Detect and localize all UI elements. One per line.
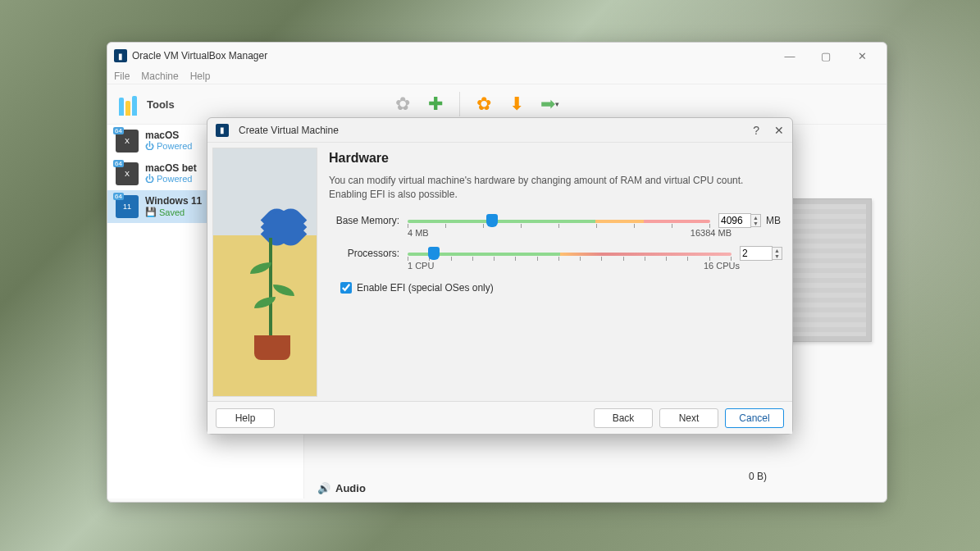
tools-button[interactable]: Tools <box>112 89 181 119</box>
memory-slider[interactable] <box>408 213 710 228</box>
back-button[interactable]: Back <box>594 408 653 428</box>
gear-grey-icon[interactable]: ✿ <box>390 92 415 116</box>
toolbar-separator <box>459 92 460 116</box>
menu-file[interactable]: File <box>114 71 130 82</box>
dialog-close-icon[interactable]: ✕ <box>774 124 784 137</box>
menu-machine[interactable]: Machine <box>141 71 178 82</box>
memory-max: 16384 MB <box>691 228 732 238</box>
cpu-label: Processors: <box>329 248 399 259</box>
hardware-desc: You can modify virtual machine's hardwar… <box>329 174 781 202</box>
cpu-max: 16 CPUs <box>704 261 740 271</box>
spin-down-icon[interactable]: ▼ <box>751 221 760 226</box>
vm-name: Windows 11 <box>145 195 202 207</box>
memory-spinner[interactable]: ▲▼ <box>718 213 759 228</box>
vm-state: ⏻Powered <box>145 174 197 184</box>
vm-state: 💾Saved <box>145 207 202 217</box>
start-icon[interactable]: ➡▾ <box>537 92 562 116</box>
cpu-input[interactable] <box>740 246 773 261</box>
window-title: Oracle VM VirtualBox Manager <box>132 50 267 61</box>
cancel-button[interactable]: Cancel <box>725 408 784 428</box>
wizard-illustration <box>212 148 317 397</box>
vm-name: macOS bet <box>145 162 197 174</box>
vm-state: ⏻Powered <box>145 141 192 151</box>
tools-icon <box>119 93 142 116</box>
audio-header[interactable]: 🔊Audio <box>317 482 873 494</box>
memory-min: 4 MB <box>408 228 429 238</box>
dialog-icon: ▮ <box>216 124 229 137</box>
hardware-form: Hardware You can modify virtual machine'… <box>329 148 784 396</box>
vm-name: macOS <box>145 130 192 141</box>
menubar: File Machine Help <box>107 69 887 84</box>
efi-label: Enable EFI (special OSes only) <box>357 282 494 294</box>
detail-row: Host Driver:Default <box>317 498 873 499</box>
cpu-slider[interactable] <box>408 246 732 261</box>
vm-os-icon: 64X <box>116 162 139 185</box>
titlebar: ▮ Oracle VM VirtualBox Manager — ▢ ✕ <box>107 43 887 69</box>
io-value: 0 B) <box>317 471 873 482</box>
cpu-thumb[interactable] <box>428 247 440 260</box>
hardware-heading: Hardware <box>329 151 781 166</box>
memory-thumb[interactable] <box>486 214 498 227</box>
audio-icon: 🔊 <box>317 482 330 494</box>
vm-os-icon: 6411 <box>116 195 139 218</box>
add-icon[interactable]: ✚ <box>423 92 448 116</box>
efi-checkbox[interactable] <box>340 282 352 294</box>
app-icon: ▮ <box>114 49 127 62</box>
spin-down-icon[interactable]: ▼ <box>773 253 782 259</box>
next-button[interactable]: Next <box>659 408 718 428</box>
efi-checkbox-row[interactable]: Enable EFI (special OSes only) <box>340 282 781 294</box>
maximize-button[interactable]: ▢ <box>808 44 844 67</box>
minimize-button[interactable]: — <box>772 44 808 67</box>
dialog-footer: Help Back Next Cancel <box>207 401 792 434</box>
spin-up-icon[interactable]: ▲ <box>773 248 782 253</box>
memory-input[interactable] <box>718 213 751 228</box>
settings-icon[interactable]: ✿ <box>472 92 496 116</box>
dialog-help-icon[interactable]: ? <box>753 124 759 137</box>
dialog-titlebar: ▮ Create Virtual Machine ? ✕ <box>207 118 792 143</box>
create-vm-dialog: ▮ Create Virtual Machine ? ✕ Hardware Yo… <box>207 117 793 435</box>
menu-help[interactable]: Help <box>190 71 211 82</box>
dialog-title: Create Virtual Machine <box>239 125 339 136</box>
close-button[interactable]: ✕ <box>844 44 880 67</box>
cpu-min: 1 CPU <box>408 261 434 271</box>
spin-up-icon[interactable]: ▲ <box>751 215 760 221</box>
cpu-spinner[interactable]: ▲▼ <box>740 246 781 261</box>
help-button[interactable]: Help <box>216 408 275 428</box>
discard-icon[interactable]: ⬇ <box>504 92 529 116</box>
memory-unit: MB <box>766 215 781 226</box>
vm-os-icon: 64X <box>116 130 139 153</box>
memory-label: Base Memory: <box>329 215 399 226</box>
tools-label: Tools <box>147 98 175 111</box>
